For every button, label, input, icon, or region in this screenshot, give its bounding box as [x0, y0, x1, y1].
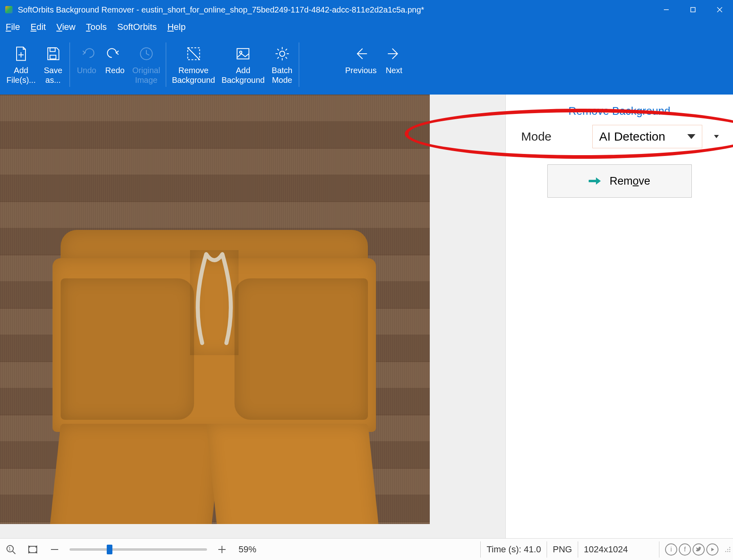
image-icon [234, 42, 252, 65]
undo-label: Undo [77, 65, 96, 75]
remove-bg-label: Remove Background [172, 65, 215, 85]
svg-line-17 [13, 551, 15, 554]
social-links: i f [659, 539, 724, 560]
side-panel: Remove Background Mode AI Detection Remo… [505, 95, 733, 538]
status-format: PNG [547, 539, 578, 560]
menu-tools[interactable]: Tools [86, 22, 107, 32]
status-time: Time (s): 41.0 [481, 539, 547, 560]
original-image-label: Original Image [132, 65, 160, 85]
batch-label: Batch Mode [272, 65, 292, 85]
add-bg-label: Add Background [222, 65, 265, 85]
redo-button[interactable]: Redo [101, 40, 129, 90]
previous-label: Previous [345, 65, 377, 75]
menu-file[interactable]: File [6, 22, 20, 32]
window-title: SoftOrbits Background Remover - eustin_s… [18, 5, 424, 15]
main-area: Remove Background Mode AI Detection Remo… [0, 95, 733, 538]
svg-rect-11 [237, 48, 249, 59]
status-dimensions: 1024x1024 [578, 539, 659, 560]
mode-value: AI Detection [599, 130, 665, 143]
save-as-label: Save as... [44, 65, 62, 85]
add-files-button[interactable]: Add File(s)... [3, 40, 39, 90]
batch-mode-button[interactable]: Batch Mode [268, 40, 296, 90]
mode-label: Mode [518, 130, 583, 143]
status-bar: 1 59% Time (s): 41.0 PNG 1024x1024 i f [0, 538, 733, 560]
undo-icon [78, 42, 95, 65]
next-button[interactable]: Next [380, 40, 408, 90]
toolbar: Add File(s)... Save as... Undo Redo Ori [0, 35, 733, 95]
zoom-fit-button[interactable] [22, 539, 44, 560]
svg-point-12 [240, 51, 242, 53]
close-button[interactable] [706, 0, 733, 19]
maximize-button[interactable] [680, 0, 706, 19]
zoom-percent: 59% [233, 539, 262, 560]
add-files-label: Add File(s)... [6, 65, 36, 85]
menu-bar: File Edit View Tools SoftOrbits Help [0, 19, 733, 35]
svg-marker-23 [711, 547, 714, 551]
gear-icon [273, 42, 291, 65]
arrow-right-icon [589, 176, 602, 186]
svg-point-13 [279, 51, 285, 57]
facebook-icon[interactable]: f [679, 543, 691, 556]
redo-icon [106, 42, 124, 65]
twitter-icon[interactable] [693, 543, 705, 556]
svg-line-10 [188, 48, 199, 59]
toolbar-separator [70, 42, 70, 87]
title-bar: SoftOrbits Background Remover - eustin_s… [0, 0, 733, 19]
remove-button-label: Remove [610, 175, 651, 187]
svg-rect-7 [50, 55, 56, 59]
minimize-button[interactable] [653, 0, 680, 19]
app-icon [4, 5, 14, 15]
save-icon [44, 42, 62, 65]
redo-label: Redo [105, 65, 125, 75]
zoom-actual-button[interactable]: 1 [0, 539, 22, 560]
add-background-button[interactable]: Add Background [218, 40, 268, 90]
add-file-icon [12, 42, 30, 65]
previous-button[interactable]: Previous [342, 40, 380, 90]
zoom-in-button[interactable] [211, 539, 233, 560]
remove-button[interactable]: Remove [547, 164, 692, 198]
panel-options-dropdown[interactable] [712, 125, 721, 148]
loaded-image [0, 95, 430, 524]
original-image-button[interactable]: Original Image [129, 40, 163, 90]
arrow-left-icon [352, 42, 370, 65]
history-icon [137, 42, 155, 65]
mode-dropdown[interactable]: AI Detection [592, 125, 702, 148]
svg-rect-6 [50, 48, 55, 51]
remove-background-button[interactable]: Remove Background [169, 40, 218, 90]
toolbar-separator [299, 42, 299, 87]
next-label: Next [386, 65, 402, 75]
zoom-slider[interactable] [65, 539, 211, 560]
panel-title: Remove Background [518, 105, 721, 118]
menu-edit[interactable]: Edit [30, 22, 46, 32]
arrow-right-icon [385, 42, 403, 65]
info-icon[interactable]: i [665, 543, 677, 556]
svg-text:1: 1 [8, 547, 11, 551]
youtube-icon[interactable] [706, 543, 718, 556]
remove-bg-icon [185, 42, 203, 65]
zoom-slider-thumb[interactable] [107, 545, 112, 554]
chevron-down-icon [687, 134, 695, 139]
canvas-area[interactable] [0, 95, 505, 538]
resize-grip[interactable] [724, 546, 731, 553]
menu-view[interactable]: View [56, 22, 75, 32]
save-as-button[interactable]: Save as... [39, 40, 67, 90]
svg-rect-1 [691, 8, 695, 12]
undo-button[interactable]: Undo [72, 40, 101, 90]
toolbar-separator [166, 42, 166, 87]
menu-help[interactable]: Help [167, 22, 186, 32]
chevron-down-icon [714, 135, 719, 138]
zoom-out-button[interactable] [44, 539, 65, 560]
menu-softorbits[interactable]: SoftOrbits [117, 22, 157, 32]
